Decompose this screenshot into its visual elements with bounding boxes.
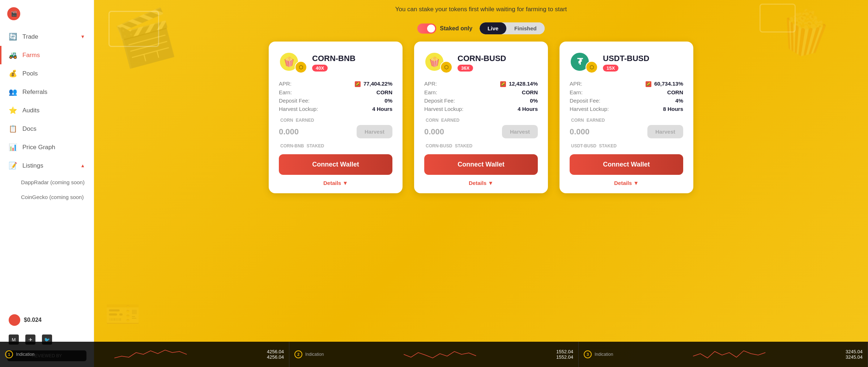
harvest-button-usdt-busd[interactable]: Harvest [647, 125, 683, 138]
bottom-ticker-bar: 1 Indication 4256.04 4256.04 2 Indicatio… [0, 342, 868, 367]
sidebar-item-audits-label: Audits [22, 107, 39, 114]
earn-row-usdt-busd: Earn: CORN [570, 89, 683, 95]
earned-amount-usdt-busd: 0.000 [570, 127, 590, 137]
trade-icon: 🔄 [9, 33, 17, 41]
ticker-num-1: 1 [5, 350, 13, 358]
main-content: 🎬 🍿 🎫 You can stake your tokens first wh… [94, 0, 868, 367]
apr-value-usdt-busd: 🌽 60,734.13% [646, 81, 683, 87]
connect-wallet-button-corn-busd[interactable]: Connect Wallet [424, 154, 538, 175]
farm-card-usdt-busd: ₮ ⬡ USDT-BUSD 15X APR: [559, 42, 693, 193]
earned-label-corn-bnb: CORN EARNED [279, 118, 392, 123]
ticker-chart-2 [327, 347, 553, 362]
sidebar-subitem-dappradar[interactable]: DappRadar (coming soon) [0, 175, 94, 190]
earned-amount-corn-bnb: 0.000 [279, 127, 299, 137]
sidebar-item-trade[interactable]: 🔄 Trade ▼ [0, 27, 94, 46]
sidebar-item-listings-label: Listings [22, 162, 43, 169]
earned-row-corn-busd: 0.000 Harvest [424, 125, 538, 138]
sidebar-item-pools-label: Pools [22, 70, 38, 77]
card-title-area-usdt-busd: USDT-BUSD 15X [603, 54, 683, 72]
ticker-vals-2: 1552.04 1552.04 [556, 349, 573, 360]
deposit-row-corn-bnb: Deposit Fee: 0% [279, 98, 392, 104]
token-price: $0.024 [0, 309, 94, 331]
harvest-lockup-row-corn-bnb: Harvest Lockup: 4 Hours [279, 106, 392, 112]
ticker-3: 3 Indication 3245.04 3245.04 [579, 342, 868, 367]
staked-label-usdt-busd: USDT-BUSD STAKED [570, 143, 683, 148]
earned-amount-corn-busd: 0.000 [424, 127, 444, 137]
tab-live[interactable]: Live [480, 22, 506, 34]
sidebar-item-farms-label: Farms [22, 52, 40, 59]
apr-value-corn-busd: 🌽 12,428.14% [500, 81, 538, 87]
sidebar-item-price-graph[interactable]: 📊 Price Graph [0, 138, 94, 156]
ticker-2: 2 Indication 1552.04 1552.04 [289, 342, 579, 367]
ticker-vals-3: 3245.04 3245.04 [846, 349, 863, 360]
logo-icon: 🎬 [7, 7, 20, 20]
deposit-row-usdt-busd: Deposit Fee: 4% [570, 98, 683, 104]
sidebar-item-docs-label: Docs [22, 125, 37, 133]
sidebar-item-referrals-label: Referrals [22, 88, 47, 96]
filter-controls: Staked only Live Finished [94, 19, 868, 42]
sidebar-item-farms[interactable]: 🚜 Farms [0, 46, 94, 64]
details-link-corn-busd[interactable]: Details ▼ [424, 175, 538, 186]
earn-row-corn-bnb: Earn: CORN [279, 89, 392, 95]
docs-icon: 📋 [9, 125, 17, 133]
ticker-label-2: Indication [305, 352, 324, 357]
ticker-num-2: 2 [294, 350, 302, 358]
staked-label-corn-bnb: CORN-BNB STAKED [279, 143, 392, 148]
earned-row-corn-bnb: 0.000 Harvest [279, 125, 392, 138]
trade-arrow-icon: ▼ [80, 34, 85, 39]
apr-row-corn-busd: APR: 🌽 12,428.14% [424, 81, 538, 87]
sidebar: 🎬 🔄 Trade ▼ 🚜 Farms 💰 Pools 👥 Referrals … [0, 0, 94, 367]
multiplier-badge-corn-bnb: 40X [312, 65, 328, 72]
sidebar-item-audits[interactable]: ⭐ Audits [0, 101, 94, 120]
multiplier-badge-usdt-busd: 15X [603, 65, 618, 72]
card-icons-corn-bnb: 🍿 ⬡ [279, 52, 307, 73]
sidebar-subitem-coingecko[interactable]: CoinGecko (coming soon) [0, 190, 94, 204]
card-title-usdt-busd: USDT-BUSD [603, 54, 683, 63]
apr-icon-corn-busd: 🌽 [500, 81, 506, 87]
harvest-button-corn-bnb[interactable]: Harvest [357, 125, 392, 138]
details-chevron-icon-usdt-busd: ▼ [633, 180, 639, 186]
earned-label-corn-busd: CORN EARNED [424, 118, 538, 123]
ticker-1: 1 Indication 4256.04 4256.04 [0, 342, 289, 367]
card-stats-corn-bnb: APR: 🌽 77,404.22% Earn: CORN Deposit Fee… [279, 81, 392, 112]
sidebar-item-referrals[interactable]: 👥 Referrals [0, 83, 94, 101]
details-link-corn-bnb[interactable]: Details ▼ [279, 175, 392, 186]
farm-cards-container: 🍿 ⬡ CORN-BNB 40X APR: [94, 42, 868, 193]
toggle-thumb [427, 25, 435, 33]
connect-wallet-button-corn-bnb[interactable]: Connect Wallet [279, 154, 392, 175]
harvest-button-corn-busd[interactable]: Harvest [502, 125, 538, 138]
card-icons-usdt-busd: ₮ ⬡ [570, 52, 598, 73]
tab-finished[interactable]: Finished [506, 22, 545, 34]
ticker-num-3: 3 [584, 350, 592, 358]
sidebar-item-docs[interactable]: 📋 Docs [0, 120, 94, 138]
staked-only-toggle-wrap: Staked only [417, 23, 472, 34]
audits-icon: ⭐ [9, 106, 17, 115]
card-title-area-corn-busd: CORN-BUSD 36X [458, 54, 538, 72]
deco-ticket-left: 🎫 [105, 297, 141, 331]
earned-row-usdt-busd: 0.000 Harvest [570, 125, 683, 138]
card-title-corn-busd: CORN-BUSD [458, 54, 538, 63]
page-content: You can stake your tokens first while wa… [94, 0, 868, 193]
harvest-lockup-row-corn-busd: Harvest Lockup: 4 Hours [424, 106, 538, 112]
details-chevron-icon-corn-busd: ▼ [488, 180, 493, 186]
sidebar-item-pricegraph-label: Price Graph [22, 144, 55, 151]
earned-section-corn-busd: CORN EARNED 0.000 Harvest [424, 118, 538, 138]
staked-only-label: Staked only [440, 25, 472, 32]
connect-wallet-button-usdt-busd[interactable]: Connect Wallet [570, 154, 683, 175]
staked-only-toggle[interactable] [417, 23, 436, 34]
apr-icon-usdt-busd: 🌽 [646, 81, 651, 87]
sidebar-navigation: 🔄 Trade ▼ 🚜 Farms 💰 Pools 👥 Referrals ⭐ … [0, 27, 94, 309]
referrals-icon: 👥 [9, 88, 17, 96]
details-link-usdt-busd[interactable]: Details ▼ [570, 175, 683, 186]
ticker-label-1: Indication [16, 352, 34, 357]
farm-card-corn-bnb: 🍿 ⬡ CORN-BNB 40X APR: [269, 42, 403, 193]
secondary-token-icon-busd: ⬡ [440, 61, 452, 73]
card-icons-corn-busd: 🍿 ⬡ [424, 52, 452, 73]
card-title-area-corn-bnb: CORN-BNB 40X [312, 54, 392, 72]
details-chevron-icon-corn-bnb: ▼ [342, 180, 348, 186]
sidebar-item-listings[interactable]: 📝 Listings ▲ [0, 156, 94, 175]
token-price-icon [9, 314, 20, 326]
sidebar-item-pools[interactable]: 💰 Pools [0, 64, 94, 83]
card-stats-corn-busd: APR: 🌽 12,428.14% Earn: CORN Deposit Fee… [424, 81, 538, 112]
earned-section-corn-bnb: CORN EARNED 0.000 Harvest [279, 118, 392, 138]
